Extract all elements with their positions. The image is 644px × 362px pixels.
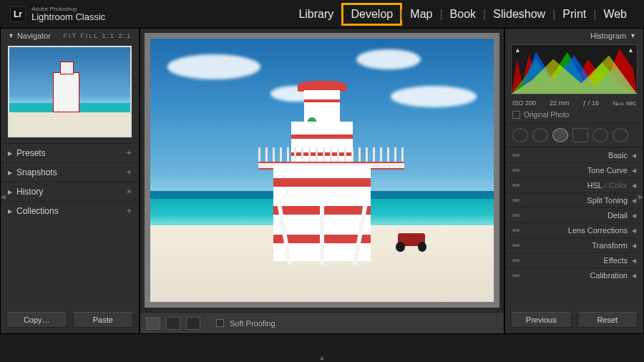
chevron-left-icon: ◀ xyxy=(632,167,636,174)
right-panel: Histogram▼ ▲ ▲ ISO 20022 mmƒ / 16¹⁄₄₀₀ s… xyxy=(504,29,644,333)
crop-tool-icon[interactable] xyxy=(512,128,528,142)
histogram-header[interactable]: Histogram▼ xyxy=(505,29,643,43)
chevron-left-icon: ◀ xyxy=(632,258,636,264)
panel-effects[interactable]: Effects◀ xyxy=(505,253,643,268)
panel-split-toning[interactable]: Split Toning◀ xyxy=(505,192,643,207)
exif-summary: ISO 20022 mmƒ / 16¹⁄₄₀₀ sec xyxy=(505,97,643,109)
panel-history[interactable]: ▶History× xyxy=(1,182,139,201)
center-toolbar: Soft Proofing xyxy=(140,312,504,333)
module-book[interactable]: Book xyxy=(443,5,483,24)
before-after-tb-icon[interactable] xyxy=(186,317,200,330)
module-slideshow[interactable]: Slideshow xyxy=(486,5,552,24)
module-print[interactable]: Print xyxy=(555,5,593,24)
module-library[interactable]: Library xyxy=(291,5,341,24)
chevron-right-icon: ▶ xyxy=(8,170,12,176)
radial-filter-icon[interactable] xyxy=(592,128,608,142)
panel-collections[interactable]: ▶Collections+ xyxy=(1,201,139,220)
chevron-left-icon: ◀ xyxy=(632,273,636,279)
histogram[interactable]: ▲ ▲ xyxy=(511,44,638,94)
chevron-right-icon: ▶ xyxy=(8,208,12,215)
left-panel: ▼ Navigator FIT FILL 1:1 2:1 ▶Presets+ ▶… xyxy=(0,29,140,333)
chevron-left-icon: ◀ xyxy=(632,228,636,234)
navigator-zoom-modes[interactable]: FIT FILL 1:1 2:1 xyxy=(63,32,132,39)
local-tools xyxy=(505,124,643,147)
panel-calibration[interactable]: Calibration◀ xyxy=(505,268,643,283)
chevron-left-icon: ◀ xyxy=(632,182,636,189)
panel-presets[interactable]: ▶Presets+ xyxy=(1,143,139,162)
atv-vehicle xyxy=(394,233,429,252)
module-map[interactable]: Map xyxy=(403,5,439,24)
disclosure-triangle-icon: ▼ xyxy=(630,32,636,39)
panel-detail[interactable]: Detail◀ xyxy=(505,207,643,222)
module-picker: Library | Develop | Map | Book | Slidesh… xyxy=(291,5,634,24)
chevron-left-icon: ◀ xyxy=(632,212,636,219)
module-web[interactable]: Web xyxy=(596,5,634,24)
right-footer: Previous Reset xyxy=(505,306,643,333)
app-title: Adobe Photoshop Lightroom Classic xyxy=(31,6,105,21)
lifeguard-tower xyxy=(267,81,377,265)
image-canvas[interactable] xyxy=(145,33,499,308)
copy-button[interactable]: Copy… xyxy=(6,312,67,328)
histogram-graph xyxy=(512,45,637,94)
paste-button[interactable]: Paste xyxy=(73,312,134,328)
loupe-view-icon[interactable] xyxy=(146,317,160,330)
spot-removal-icon[interactable] xyxy=(532,128,548,142)
app-logo-icon: Lr xyxy=(10,6,26,22)
original-photo-toggle[interactable]: Original Photo xyxy=(505,109,643,124)
clear-icon[interactable]: × xyxy=(127,187,132,197)
panel-transform[interactable]: Transform◀ xyxy=(505,238,643,253)
panel-tone-curve[interactable]: Tone Curve◀ xyxy=(505,162,643,177)
panel-basic[interactable]: Basic◀ xyxy=(505,147,643,162)
chevron-right-icon: ▶ xyxy=(8,189,12,195)
before-after-lr-icon[interactable] xyxy=(166,317,180,330)
top-bar: Lr Adobe Photoshop Lightroom Classic Lib… xyxy=(0,0,644,29)
module-develop[interactable]: Develop xyxy=(343,5,400,24)
checkbox-icon[interactable] xyxy=(512,111,520,119)
right-panel-collapse-icon[interactable]: ▶ xyxy=(638,193,643,200)
center-area: Soft Proofing xyxy=(140,29,504,333)
chevron-left-icon: ◀ xyxy=(632,243,636,249)
reset-button[interactable]: Reset xyxy=(577,312,638,328)
navigator-thumbnail[interactable] xyxy=(8,46,132,137)
redeye-tool-icon[interactable] xyxy=(552,128,568,142)
photo-preview xyxy=(150,39,494,302)
panel-snapshots[interactable]: ▶Snapshots+ xyxy=(1,162,139,182)
add-icon[interactable]: + xyxy=(127,206,132,216)
disclosure-triangle-icon: ▼ xyxy=(8,32,14,39)
graduated-filter-icon[interactable] xyxy=(572,128,588,142)
add-icon[interactable]: + xyxy=(127,148,132,158)
previous-button[interactable]: Previous xyxy=(511,312,572,328)
workspace: ▼ Navigator FIT FILL 1:1 2:1 ▶Presets+ ▶… xyxy=(0,29,644,333)
soft-proofing-checkbox[interactable] xyxy=(216,319,224,327)
panel-hsl-color[interactable]: HSL / Color◀ xyxy=(505,177,643,192)
chevron-right-icon: ▶ xyxy=(8,150,12,157)
add-icon[interactable]: + xyxy=(127,167,132,177)
navigator-header[interactable]: ▼ Navigator FIT FILL 1:1 2:1 xyxy=(1,29,139,43)
left-panel-collapse-icon[interactable]: ◀ xyxy=(1,193,6,200)
left-footer: Copy… Paste xyxy=(1,306,139,333)
panel-lens-corrections[interactable]: Lens Corrections◀ xyxy=(505,222,643,238)
soft-proofing-label: Soft Proofing xyxy=(230,319,275,328)
filmstrip-expand-icon[interactable]: ▲ xyxy=(319,354,326,361)
navigator-label: Navigator xyxy=(17,31,51,40)
chevron-left-icon: ◀ xyxy=(632,197,636,204)
chevron-left-icon: ◀ xyxy=(632,152,636,159)
adjustment-brush-icon[interactable] xyxy=(613,128,628,142)
